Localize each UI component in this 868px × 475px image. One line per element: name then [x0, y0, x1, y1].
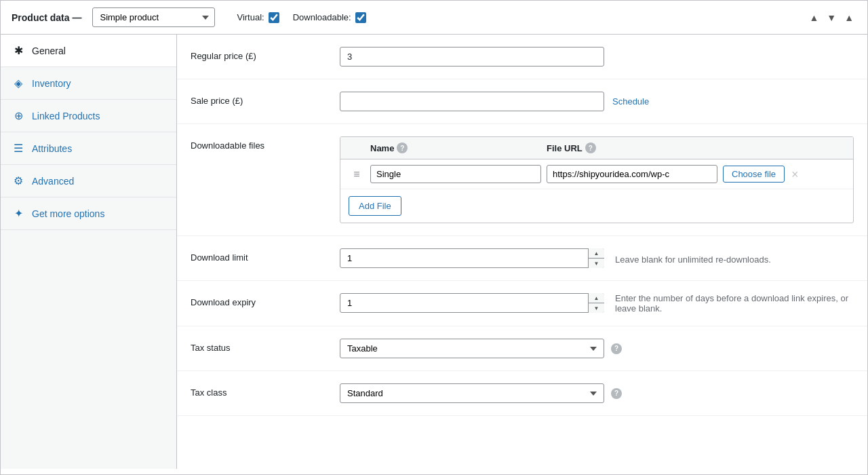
sale-price-input[interactable] [340, 92, 604, 111]
attributes-icon: ☰ [12, 142, 25, 155]
collapse-down-button[interactable]: ▼ [824, 11, 839, 24]
virtual-label: Virtual: [237, 12, 264, 22]
download-expiry-up[interactable]: ▲ [589, 293, 604, 303]
file-name-input[interactable] [370, 165, 541, 183]
header-arrows: ▲ ▼ ▲ [806, 11, 856, 24]
drag-handle[interactable]: ≡ [349, 168, 365, 180]
sidebar-item-advanced[interactable]: ⚙ Advanced [1, 165, 176, 197]
product-data-title: Product data — [12, 12, 81, 23]
remove-file-button[interactable]: × [789, 168, 802, 180]
product-type-select[interactable]: Simple product Grouped product External/… [92, 7, 215, 27]
sale-price-label: Sale price (£) [191, 92, 326, 106]
tax-class-row: Tax class Standard Reduced rate Zero rat… [177, 371, 867, 416]
schedule-link[interactable]: Schedule [612, 96, 649, 107]
download-limit-field: ▲ ▼ Leave blank for unlimited re-downloa… [340, 248, 854, 268]
file-url-input[interactable] [547, 165, 717, 183]
download-limit-input[interactable] [340, 248, 604, 268]
regular-price-field [340, 47, 854, 66]
collapse-up-button[interactable]: ▲ [806, 11, 821, 24]
get-more-options-icon: ✦ [12, 207, 25, 220]
tax-status-row: Tax status Taxable Shipping only None ? [177, 326, 867, 371]
downloadable-checkbox[interactable] [355, 12, 366, 23]
tax-class-help-icon: ? [611, 388, 622, 399]
inventory-icon: ◈ [12, 77, 25, 90]
sidebar-item-label-advanced: Advanced [32, 176, 74, 187]
download-expiry-down[interactable]: ▼ [589, 303, 604, 313]
files-table: Name ? File URL ? ≡ [340, 136, 854, 223]
tax-class-select[interactable]: Standard Reduced rate Zero rate [340, 383, 604, 403]
sidebar-item-label-general: General [32, 45, 66, 56]
name-help-icon: ? [397, 142, 408, 153]
tax-class-label: Tax class [191, 383, 326, 398]
downloadable-files-field: Name ? File URL ? ≡ [340, 136, 854, 223]
main-content: Regular price (£) Sale price (£) Schedul… [177, 35, 867, 469]
tax-class-with-help: Standard Reduced rate Zero rate ? [340, 383, 854, 403]
download-limit-help: Leave blank for unlimited re-downloads. [615, 254, 771, 265]
virtual-checkbox-group: Virtual: [237, 12, 279, 23]
choose-file-button[interactable]: Choose file [723, 166, 785, 183]
url-col-header: File URL ? [547, 142, 717, 153]
file-actions: Choose file × [723, 166, 845, 183]
sidebar-item-label-inventory: Inventory [32, 78, 71, 89]
download-expiry-help: Enter the number of days before a downlo… [615, 293, 854, 314]
tax-status-select[interactable]: Taxable Shipping only None [340, 339, 604, 358]
download-limit-down[interactable]: ▼ [589, 259, 604, 268]
regular-price-input[interactable] [340, 47, 604, 66]
sidebar-item-label-linked-products: Linked Products [32, 111, 100, 121]
advanced-icon: ⚙ [12, 174, 25, 187]
table-row: ≡ Choose file × [340, 159, 853, 189]
regular-price-label: Regular price (£) [191, 47, 326, 61]
sale-price-row: Sale price (£) Schedule [177, 79, 867, 124]
file-url-cell [547, 165, 717, 183]
download-limit-up[interactable]: ▲ [589, 248, 604, 259]
download-limit-row: Download limit ▲ ▼ Leave blank for unlim… [177, 236, 867, 281]
sidebar: ✱ General ◈ Inventory ⊕ Linked Products … [1, 35, 177, 469]
sidebar-item-label-get-more-options: Get more options [32, 208, 104, 219]
tax-status-with-help: Taxable Shipping only None ? [340, 339, 854, 358]
download-limit-label: Download limit [191, 248, 326, 263]
add-file-row: Add File [340, 189, 853, 223]
url-help-icon: ? [585, 142, 596, 153]
header-checkboxes: Virtual: Downloadable: [237, 12, 366, 23]
sidebar-item-attributes[interactable]: ☰ Attributes [1, 132, 176, 165]
regular-price-row: Regular price (£) [177, 35, 867, 79]
collapse-all-button[interactable]: ▲ [842, 11, 856, 24]
name-col-header: Name ? [370, 142, 541, 153]
download-expiry-field: ▲ ▼ Enter the number of days before a do… [340, 293, 854, 314]
sidebar-item-linked-products[interactable]: ⊕ Linked Products [1, 100, 176, 132]
downloadable-files-label: Downloadable files [191, 136, 326, 151]
add-file-button[interactable]: Add File [349, 196, 401, 216]
downloadable-checkbox-group: Downloadable: [293, 12, 366, 23]
tax-class-field: Standard Reduced rate Zero rate ? [340, 383, 854, 403]
download-expiry-input[interactable] [340, 293, 604, 313]
download-expiry-spinner: ▲ ▼ [588, 293, 604, 313]
downloadable-files-row: Downloadable files Name ? File URL [177, 124, 867, 236]
file-name-cell [370, 165, 541, 183]
sidebar-item-get-more-options[interactable]: ✦ Get more options [1, 197, 176, 230]
files-table-header: Name ? File URL ? [340, 137, 853, 159]
sidebar-item-inventory[interactable]: ◈ Inventory [1, 67, 176, 100]
sidebar-item-label-attributes: Attributes [32, 143, 72, 154]
download-expiry-row: Download expiry ▲ ▼ Enter the number of … [177, 281, 867, 326]
general-icon: ✱ [12, 44, 25, 57]
linked-products-icon: ⊕ [12, 109, 25, 122]
download-limit-spinner: ▲ ▼ [588, 248, 604, 268]
download-expiry-wrapper: ▲ ▼ [340, 293, 604, 313]
downloadable-label: Downloadable: [293, 12, 351, 22]
sidebar-item-general[interactable]: ✱ General [1, 35, 176, 67]
product-data-header: Product data — Simple product Grouped pr… [1, 1, 867, 35]
product-data-body: ✱ General ◈ Inventory ⊕ Linked Products … [1, 35, 867, 469]
tax-status-help-icon: ? [611, 343, 622, 354]
handle-col-header [349, 142, 365, 153]
tax-status-label: Tax status [191, 339, 326, 353]
tax-status-field: Taxable Shipping only None ? [340, 339, 854, 358]
sale-price-field: Schedule [340, 92, 854, 111]
download-expiry-label: Download expiry [191, 293, 326, 307]
virtual-checkbox[interactable] [269, 12, 279, 23]
download-limit-wrapper: ▲ ▼ [340, 248, 604, 268]
